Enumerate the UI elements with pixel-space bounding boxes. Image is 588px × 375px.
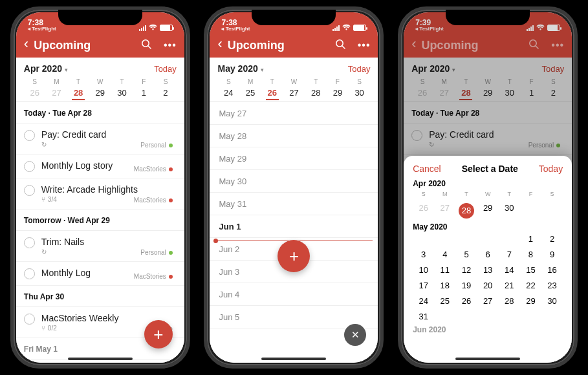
back-button[interactable]: ‹ [24, 37, 28, 51]
testflight-back[interactable]: ◂ TestFlight [221, 27, 250, 32]
chevron-down-icon: ▾ [261, 67, 264, 73]
calendar-day[interactable]: 3 [413, 250, 434, 259]
calendar-day[interactable]: 9 [541, 250, 563, 259]
calendar-day[interactable]: 16 [541, 265, 563, 275]
calendar-day[interactable]: 24 [413, 296, 434, 306]
month-label[interactable]: Apr 2020 [24, 63, 62, 74]
calendar-day[interactable]: 19 [455, 281, 477, 290]
calendar-day[interactable]: 17 [413, 281, 434, 290]
dates-row[interactable]: 24252627282930 [217, 88, 370, 98]
calendar-day[interactable]: 26 [455, 296, 477, 306]
calendar-day [477, 312, 499, 321]
add-task-fab[interactable]: + [278, 240, 310, 272]
more-button[interactable]: ••• [358, 39, 371, 51]
testflight-back[interactable]: ◂ TestFlight [28, 27, 56, 32]
search-icon[interactable] [335, 39, 346, 52]
day-row[interactable]: Jun 4 [210, 283, 378, 306]
wifi-icon [149, 24, 157, 32]
today-button[interactable]: Today [539, 164, 563, 174]
complete-checkbox[interactable] [24, 268, 35, 279]
calendar-day[interactable]: 8 [520, 250, 541, 259]
calendar-day[interactable]: 15 [520, 265, 541, 275]
calendar-day[interactable]: 28 [499, 296, 520, 306]
calendar-day[interactable]: 13 [477, 265, 499, 275]
calendar-day [499, 234, 520, 244]
day-row[interactable]: May 31 [210, 193, 378, 215]
calendar-day[interactable]: 30 [541, 296, 563, 306]
complete-checkbox[interactable] [24, 314, 35, 325]
project-dot-icon [169, 251, 173, 255]
day-row[interactable]: May 28 [210, 125, 378, 147]
calendar-day[interactable]: 11 [434, 265, 455, 275]
selected-date: 28 [459, 203, 474, 219]
project-tag: MacStories [134, 273, 173, 280]
calendar-day[interactable]: 12 [455, 265, 477, 275]
complete-checkbox[interactable] [24, 185, 35, 196]
calendar-day [541, 312, 563, 321]
task-row[interactable]: Write: Arcade Highlights⑂3/4 MacStories [16, 178, 184, 209]
task-row[interactable]: Monthly Log MacStories [16, 262, 184, 286]
calendar-day [520, 312, 541, 321]
nav-bar: ‹ Upcoming ••• [16, 33, 184, 58]
calendar-day[interactable]: 1 [520, 234, 541, 244]
complete-checkbox[interactable] [24, 237, 35, 248]
back-button[interactable]: ‹ [217, 37, 222, 51]
calendar-day[interactable]: 23 [541, 281, 563, 290]
today-button[interactable]: Today [154, 64, 177, 74]
task-title: Write: Arcade Highlights [41, 184, 177, 195]
month-label[interactable]: May 2020 [217, 63, 257, 74]
notch [252, 10, 336, 25]
task-row[interactable]: Pay: Credit card↻ Personal [16, 123, 184, 155]
more-button[interactable]: ••• [164, 39, 177, 51]
task-row[interactable]: Monthly Log story MacStories [16, 155, 184, 178]
status-icons [332, 24, 366, 32]
date-picker-sheet: Cancel Select a Date Today Apr 2020 SMTW… [404, 156, 572, 363]
calendar-day[interactable]: 20 [477, 281, 499, 290]
day-row[interactable]: May 29 [210, 147, 378, 170]
day-row[interactable]: Jun 1 [210, 215, 378, 238]
calendar-day[interactable]: 31 [413, 312, 434, 321]
calendar-day[interactable]: 21 [499, 281, 520, 290]
complete-checkbox[interactable] [24, 161, 35, 172]
selected-date: 26 [261, 88, 283, 98]
calendar-day[interactable]: 4 [434, 250, 455, 259]
calendar-day[interactable]: 22 [520, 281, 541, 290]
screen: 7:38 ◂ TestFlight ‹ Upcoming ••• Apr 202… [16, 12, 184, 363]
month-strip[interactable]: May 2020▾ Today SMTWTFS 24252627282930 [210, 58, 378, 102]
project-tag: Personal [140, 249, 172, 256]
calendar-grid[interactable]: SMTWTFS 2627282930 [413, 191, 563, 219]
day-row[interactable]: May 27 [210, 102, 378, 125]
add-task-fab[interactable]: + [144, 320, 173, 348]
search-icon[interactable] [141, 39, 152, 52]
nav-title: Upcoming [228, 39, 330, 52]
calendar-day[interactable]: 29 [520, 296, 541, 306]
calendar-day[interactable]: 27 [477, 296, 499, 306]
task-title: Trim: Nails [41, 237, 177, 247]
calendar-day [455, 312, 477, 321]
day-row[interactable]: May 30 [210, 170, 378, 193]
task-row[interactable]: Trim: Nails↻ Personal [16, 231, 184, 262]
recur-icon: ↻ [41, 248, 47, 255]
calendar-day[interactable]: 7 [499, 250, 520, 259]
close-button[interactable]: ✕ [344, 324, 366, 346]
calendar-day[interactable]: 5 [455, 250, 477, 259]
status-icons [139, 24, 173, 32]
calendar-day[interactable]: 6 [477, 250, 499, 259]
calendar-day[interactable]: 14 [499, 265, 520, 275]
phone-1: 7:38 ◂ TestFlight ‹ Upcoming ••• Apr 202… [10, 6, 190, 369]
home-indicator[interactable] [261, 358, 326, 360]
calendar-day[interactable]: 10 [413, 265, 434, 275]
calendar-day[interactable]: 18 [434, 281, 455, 290]
recur-icon: ↻ [41, 141, 47, 148]
cancel-button[interactable]: Cancel [413, 164, 441, 174]
month-strip[interactable]: Apr 2020▾ Today SMTWTFS 262728293012 [16, 58, 184, 102]
day-list[interactable]: May 27 May 28 May 29 May 30 May 31 Jun 1… [210, 102, 378, 363]
calendar-day[interactable]: 25 [434, 296, 455, 306]
home-indicator[interactable] [68, 358, 133, 360]
complete-checkbox[interactable] [24, 130, 35, 141]
home-indicator[interactable] [455, 358, 520, 360]
today-button[interactable]: Today [348, 64, 371, 74]
calendar-grid[interactable]: 1234567891011121314151617181920212223242… [413, 234, 563, 321]
calendar-day[interactable]: 2 [541, 234, 563, 244]
dates-row[interactable]: 262728293012 [24, 88, 177, 98]
